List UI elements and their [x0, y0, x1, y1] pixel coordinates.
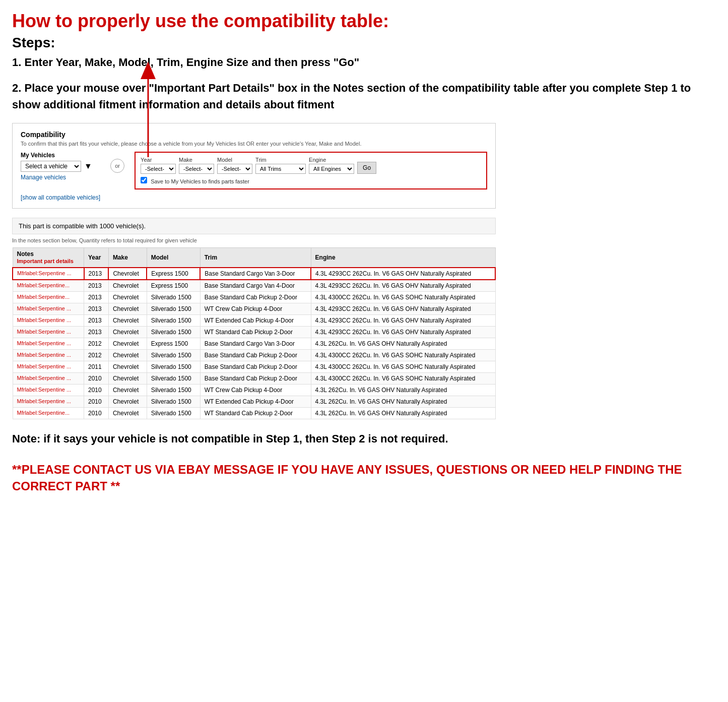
trim-cell: Base Standard Cab Pickup 2-Door — [200, 361, 311, 372]
make-cell: Chevrolet — [108, 291, 147, 303]
save-checkbox[interactable] — [141, 177, 147, 183]
engine-cell: 4.3L 4293CC 262Cu. In. V6 GAS OHV Natura… — [311, 268, 495, 280]
make-cell: Chevrolet — [108, 396, 147, 407]
compat-table: Notes Important part details Year Make M… — [12, 247, 496, 419]
year-cell: 2013 — [84, 280, 109, 292]
table-row: Mfrlabel:Serpentine ... 2010 Chevrolet S… — [13, 396, 495, 407]
make-cell: Chevrolet — [108, 361, 147, 372]
model-cell: Express 1500 — [147, 268, 200, 280]
model-field: Model -Select- — [217, 157, 252, 174]
select-vehicle-dropdown[interactable]: Select a vehicle — [21, 161, 81, 172]
model-cell: Silverado 1500 — [147, 303, 200, 314]
make-cell: Chevrolet — [108, 349, 147, 361]
make-label: Make — [179, 157, 214, 163]
engine-cell: 4.3L 262Cu. In. V6 GAS OHV Naturally Asp… — [311, 384, 495, 396]
notes-cell: Mfrlabel:Serpentine... — [13, 280, 84, 292]
model-header: Model — [147, 247, 200, 268]
engine-select[interactable]: All Engines — [309, 164, 354, 174]
engine-field: Engine All Engines — [309, 157, 354, 174]
engine-cell: 4.3L 4300CC 262Cu. In. V6 GAS SOHC Natur… — [311, 291, 495, 303]
engine-cell: 4.3L 4293CC 262Cu. In. V6 GAS OHV Natura… — [311, 280, 495, 292]
table-row: Mfrlabel:Serpentine ... 2013 Chevrolet S… — [13, 326, 495, 338]
engine-cell: 4.3L 262Cu. In. V6 GAS OHV Naturally Asp… — [311, 338, 495, 349]
year-cell: 2013 — [84, 326, 109, 338]
notes-cell: Mfrlabel:Serpentine... — [13, 291, 84, 303]
model-select[interactable]: -Select- — [217, 164, 252, 174]
make-field: Make -Select- — [179, 157, 214, 174]
save-row: Save to My Vehicles to finds parts faste… — [141, 177, 481, 184]
model-cell: Silverado 1500 — [147, 372, 200, 384]
trim-cell: Base Standard Cab Pickup 2-Door — [200, 291, 311, 303]
quantity-note: In the notes section below, Quantity ref… — [12, 237, 496, 243]
table-row: Mfrlabel:Serpentine ... 2011 Chevrolet S… — [13, 361, 495, 372]
year-header: Year — [84, 247, 109, 268]
trim-cell: WT Standard Cab Pickup 2-Door — [200, 326, 311, 338]
notes-col-subheader: Important part details — [17, 258, 74, 264]
year-cell: 2013 — [84, 291, 109, 303]
notes-header: Notes Important part details — [13, 247, 84, 268]
notes-col-header: Notes — [17, 250, 34, 258]
table-row: Mfrlabel:Serpentine ... 2012 Chevrolet S… — [13, 349, 495, 361]
table-row: Mfrlabel:Serpentine ... 2013 Chevrolet S… — [13, 303, 495, 314]
notes-cell: Mfrlabel:Serpentine ... — [13, 349, 84, 361]
notes-cell: Mfrlabel:Serpentine ... — [13, 326, 84, 338]
notes-cell: Mfrlabel:Serpentine ... — [13, 314, 84, 326]
trim-cell: WT Crew Cab Pickup 4-Door — [200, 384, 311, 396]
trim-cell: Base Standard Cargo Van 4-Door — [200, 280, 311, 292]
year-select[interactable]: -Select- — [141, 164, 176, 174]
model-cell: Silverado 1500 — [147, 291, 200, 303]
notes-cell: Mfrlabel:Serpentine ... — [13, 396, 84, 407]
engine-cell: 4.3L 262Cu. In. V6 GAS OHV Naturally Asp… — [311, 407, 495, 419]
engine-cell: 4.3L 4293CC 262Cu. In. V6 GAS OHV Natura… — [311, 326, 495, 338]
table-row: Mfrlabel:Serpentine ... 2013 Chevrolet E… — [13, 268, 495, 280]
make-cell: Chevrolet — [108, 338, 147, 349]
year-cell: 2010 — [84, 384, 109, 396]
main-title: How to properly use the compatibility ta… — [12, 10, 716, 32]
year-cell: 2012 — [84, 349, 109, 361]
table-row: Mfrlabel:Serpentine ... 2013 Chevrolet S… — [13, 314, 495, 326]
model-cell: Silverado 1500 — [147, 326, 200, 338]
go-button[interactable]: Go — [357, 162, 376, 174]
engine-header: Engine — [311, 247, 495, 268]
model-cell: Silverado 1500 — [147, 384, 200, 396]
engine-cell: 4.3L 4300CC 262Cu. In. V6 GAS SOHC Natur… — [311, 361, 495, 372]
trim-cell: Base Standard Cab Pickup 2-Door — [200, 349, 311, 361]
svg-marker-1 — [141, 61, 156, 79]
notes-cell: Mfrlabel:Serpentine ... — [13, 372, 84, 384]
ymm-box: Year -Select- Make -Select- Model -Selec… — [135, 152, 487, 189]
manage-vehicles-link[interactable]: Manage vehicles — [21, 174, 100, 181]
notes-cell: Mfrlabel:Serpentine ... — [13, 338, 84, 349]
model-cell: Silverado 1500 — [147, 349, 200, 361]
red-arrow — [70, 51, 156, 162]
engine-cell: 4.3L 4300CC 262Cu. In. V6 GAS SOHC Natur… — [311, 349, 495, 361]
model-cell: Silverado 1500 — [147, 361, 200, 372]
model-cell: Express 1500 — [147, 338, 200, 349]
show-all-link[interactable]: [show all compatible vehicles] — [21, 194, 100, 201]
notes-cell: Mfrlabel:Serpentine ... — [13, 384, 84, 396]
trim-cell: WT Extended Cab Pickup 4-Door — [200, 396, 311, 407]
trim-header: Trim — [200, 247, 311, 268]
trim-cell: Base Standard Cargo Van 3-Door — [200, 268, 311, 280]
trim-select[interactable]: All Trims — [255, 164, 306, 174]
notes-cell: Mfrlabel:Serpentine ... — [13, 361, 84, 372]
model-cell: Silverado 1500 — [147, 407, 200, 419]
year-cell: 2011 — [84, 361, 109, 372]
year-cell: 2013 — [84, 268, 109, 280]
make-cell: Chevrolet — [108, 314, 147, 326]
table-row: Mfrlabel:Serpentine... 2013 Chevrolet Si… — [13, 291, 495, 303]
make-cell: Chevrolet — [108, 372, 147, 384]
note-text: Note: if it says your vehicle is not com… — [12, 431, 716, 447]
year-cell: 2010 — [84, 407, 109, 419]
year-cell: 2010 — [84, 372, 109, 384]
trim-label: Trim — [255, 157, 306, 163]
steps-heading: Steps: — [12, 35, 716, 51]
make-select[interactable]: -Select- — [179, 164, 214, 174]
make-cell: Chevrolet — [108, 326, 147, 338]
model-cell: Silverado 1500 — [147, 314, 200, 326]
engine-cell: 4.3L 4300CC 262Cu. In. V6 GAS SOHC Natur… — [311, 372, 495, 384]
model-label: Model — [217, 157, 252, 163]
trim-cell: WT Extended Cab Pickup 4-Door — [200, 314, 311, 326]
make-cell: Chevrolet — [108, 384, 147, 396]
trim-cell: WT Standard Cab Pickup 2-Door — [200, 407, 311, 419]
save-label: Save to My Vehicles to finds parts faste… — [151, 178, 249, 184]
